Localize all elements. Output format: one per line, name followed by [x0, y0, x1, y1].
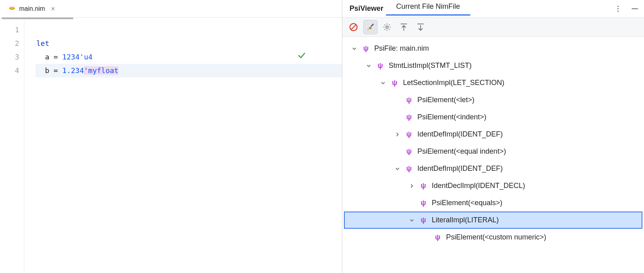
code-area[interactable]: let a = 1234'u4 b = 1.234'myfloat	[24, 20, 342, 273]
psi-node[interactable]: ψIdentDefImpl(IDENT_DEF)	[344, 160, 642, 177]
arrow-up-bar-icon[interactable]	[397, 20, 411, 34]
svg-point-0	[617, 6, 618, 7]
psi-node[interactable]: ψPsiElement(<let>)	[344, 91, 642, 109]
editor-body: 1 2 3 4 let a = 1234'u4 b = 1.234'myfloa…	[0, 20, 342, 273]
panel-header: PsiViewer Current File NimFile	[342, 0, 644, 18]
editor-pane: main.nim ✕ 1 2 3 4 let a = 1234'u4 b = 1…	[0, 0, 342, 273]
inspection-ok-icon[interactable]	[297, 24, 336, 87]
chevron-down-icon[interactable]	[395, 166, 403, 171]
nim-file-icon	[8, 5, 16, 13]
chevron-right-icon[interactable]	[395, 132, 403, 137]
psi-node-label: IdentDefImpl(IDENT_DEF)	[417, 130, 503, 138]
gutter-line: 1	[0, 23, 19, 37]
more-icon[interactable]	[612, 3, 624, 15]
tab-underline	[2, 18, 73, 19]
editor-tab-main-nim[interactable]: main.nim ✕	[3, 2, 60, 15]
svg-point-1	[617, 8, 618, 9]
psi-toolbar	[342, 18, 644, 37]
psi-node[interactable]: ψStmtListImpl(STMT_LIST)	[344, 57, 642, 74]
highlight-brush-icon[interactable]	[363, 20, 377, 34]
literal-b-suffix: 'myfloat	[84, 66, 119, 75]
psi-tree[interactable]: ψPsiFile: main.nimψStmtListImpl(STMT_LIS…	[342, 37, 644, 273]
psi-element-icon: ψ	[405, 113, 413, 122]
psi-node-label: PsiElement(<equals>)	[432, 199, 502, 207]
panel-tab-current-file[interactable]: Current File NimFile	[392, 2, 464, 15]
gutter-line: 3	[0, 50, 19, 64]
psi-node-label: LiteralImpl(LITERAL)	[432, 216, 499, 224]
psi-node-label: PsiElement(<equal indent>)	[417, 147, 506, 156]
editor-tab-filename: main.nim	[19, 5, 45, 12]
svg-point-2	[617, 10, 618, 12]
close-icon[interactable]: ✕	[51, 6, 55, 12]
chevron-down-icon[interactable]	[409, 218, 417, 223]
psi-node[interactable]: ψPsiElement(<custom numeric>)	[344, 229, 642, 246]
psi-node-label: IdentDeclImpl(IDENT_DECL)	[432, 182, 525, 190]
panel-title: PsiViewer	[346, 4, 387, 13]
ident-a: a	[45, 53, 49, 61]
psi-element-icon: ψ	[433, 233, 442, 242]
chevron-down-icon[interactable]	[352, 46, 360, 51]
psi-node[interactable]: ψIdentDefImpl(IDENT_DEF)	[344, 126, 642, 143]
keyword-let: let	[36, 39, 49, 47]
psi-element-icon: ψ	[405, 147, 413, 156]
psi-element-icon: ψ	[405, 130, 413, 139]
gutter-line: 2	[0, 37, 19, 50]
psi-node-label: PsiElement(<custom numeric>)	[446, 233, 546, 241]
psi-node[interactable]: ψPsiFile: main.nim	[344, 40, 642, 57]
psi-element-icon: ψ	[405, 96, 413, 105]
ident-b: b	[45, 66, 49, 75]
psi-element-icon: ψ	[419, 199, 428, 208]
svg-rect-3	[632, 8, 638, 9]
chevron-down-icon[interactable]	[381, 81, 389, 85]
literal-a: 1234'u4	[62, 53, 93, 61]
psi-viewer-panel: PsiViewer Current File NimFile ψPsiFile:…	[342, 0, 644, 273]
psi-element-icon: ψ	[405, 164, 413, 173]
psi-node-label: StmtListImpl(STMT_LIST)	[389, 61, 472, 70]
literal-b-num: 1.234	[62, 66, 84, 75]
psi-node-label: PsiElement(<let>)	[417, 96, 474, 104]
psi-node[interactable]: ψIdentDeclImpl(IDENT_DECL)	[344, 177, 642, 194]
svg-point-6	[386, 26, 388, 28]
gear-icon[interactable]	[380, 20, 394, 34]
psi-element-icon: ψ	[419, 216, 428, 225]
psi-element-icon: ψ	[419, 182, 428, 190]
chevron-down-icon[interactable]	[366, 63, 374, 68]
psi-node[interactable]: ψLiteralImpl(LITERAL)	[344, 212, 642, 229]
psi-node-label: LetSectionImpl(LET_SECTION)	[403, 79, 504, 87]
psi-node-label: IdentDefImpl(IDENT_DEF)	[417, 164, 503, 173]
arrow-down-bar-icon[interactable]	[413, 20, 428, 34]
editor-gutter: 1 2 3 4	[0, 20, 24, 273]
psi-element-icon: ψ	[362, 44, 370, 53]
psi-node[interactable]: ψLetSectionImpl(LET_SECTION)	[344, 74, 642, 91]
editor-tabs: main.nim ✕	[0, 0, 342, 18]
chevron-right-icon[interactable]	[409, 184, 417, 188]
eq: =	[49, 66, 63, 75]
psi-node-label: PsiElement(<indent>)	[417, 113, 486, 121]
psi-node[interactable]: ψPsiElement(<equals>)	[344, 194, 642, 212]
hide-panel-icon[interactable]	[629, 3, 641, 15]
svg-line-5	[351, 25, 356, 30]
gutter-line: 4	[0, 64, 19, 77]
psi-node[interactable]: ψPsiElement(<indent>)	[344, 109, 642, 126]
psi-element-icon: ψ	[376, 61, 385, 70]
psi-element-icon: ψ	[390, 79, 399, 87]
psi-node[interactable]: ψPsiElement(<equal indent>)	[344, 143, 642, 160]
block-icon[interactable]	[346, 20, 361, 34]
eq: =	[49, 53, 63, 61]
psi-node-label: PsiFile: main.nim	[374, 44, 429, 53]
